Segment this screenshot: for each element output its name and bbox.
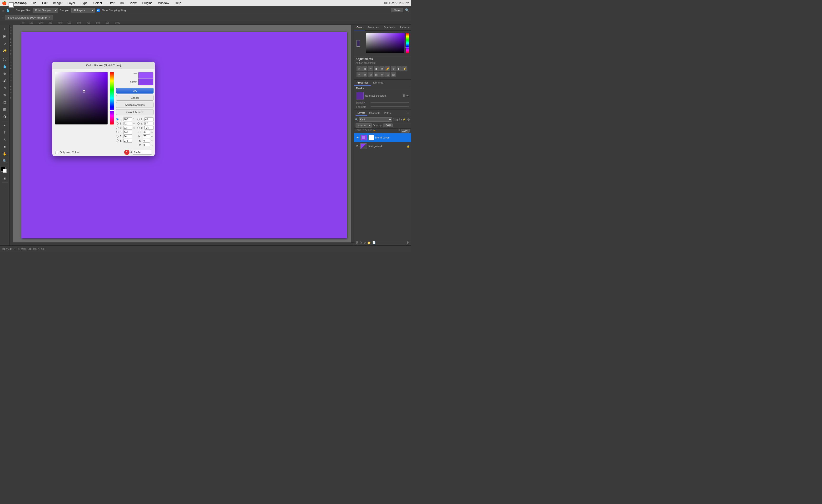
selective-color-icon[interactable]: ◫ — [385, 72, 390, 77]
tab-properties[interactable]: Properties — [354, 80, 371, 86]
lock-image-icon[interactable]: ✎ — [365, 129, 367, 132]
menu-filter[interactable]: Filter — [107, 1, 115, 5]
lock-all-icon[interactable]: 🔒 — [373, 129, 376, 132]
b2-input[interactable] — [123, 139, 132, 142]
lasso-tool[interactable]: ⌀ — [1, 40, 8, 47]
delete-layer-icon[interactable]: 🗑 — [406, 241, 410, 244]
menu-view[interactable]: View — [129, 1, 137, 5]
hue-strip[interactable] — [110, 72, 114, 124]
menu-layer[interactable]: Layer — [66, 1, 76, 5]
current-color-swatch[interactable] — [138, 79, 153, 85]
a-input[interactable] — [144, 122, 153, 125]
share-button[interactable]: Share — [391, 8, 403, 12]
layer-item-blend[interactable]: 👁 Blend Layer — [354, 133, 411, 142]
tab-patterns[interactable]: Patterns — [397, 25, 411, 30]
eyedropper-tool[interactable]: 💧 — [1, 63, 8, 70]
y-input[interactable] — [143, 139, 150, 142]
tab-color[interactable]: Color — [354, 25, 365, 30]
eyedropper-icon[interactable]: 💧 — [6, 8, 10, 12]
b3-radio[interactable] — [137, 127, 140, 129]
only-web-colors-checkbox[interactable] — [55, 151, 58, 154]
crop-tool[interactable]: ⛶ — [1, 56, 8, 63]
gradient-map-icon[interactable]: ▥ — [391, 72, 396, 77]
mask-view-icon[interactable]: 👁 — [406, 94, 409, 97]
cancel-button[interactable]: Cancel — [116, 95, 153, 101]
brightness-icon[interactable]: ☀ — [357, 66, 362, 71]
h-input[interactable] — [123, 117, 132, 121]
menu-image[interactable]: Image — [52, 1, 63, 5]
apple-menu[interactable]: 🍎 — [2, 1, 7, 5]
tab-channels[interactable]: Channels — [367, 111, 382, 115]
tab-libraries[interactable]: Libraries — [371, 80, 386, 86]
menu-type[interactable]: Type — [80, 1, 88, 5]
adjustment-filter-icon[interactable]: ◑ — [396, 118, 398, 121]
a-radio[interactable] — [137, 122, 140, 125]
fill-input[interactable] — [401, 129, 410, 132]
menu-3d[interactable]: 3D — [119, 1, 125, 5]
invert-icon[interactable]: ⊡ — [368, 72, 373, 77]
levels-icon[interactable]: ▦ — [362, 66, 367, 71]
extra-tools[interactable]: ⋯ — [1, 184, 8, 190]
fg-bg-colors[interactable] — [1, 167, 9, 174]
bw-icon[interactable]: ◧ — [396, 66, 402, 71]
s-input[interactable] — [123, 122, 132, 125]
shape-tool[interactable]: ■ — [1, 143, 8, 150]
magic-wand-tool[interactable]: ✨ — [1, 47, 8, 54]
foreground-swatch[interactable] — [357, 40, 360, 47]
blend-mode-select[interactable]: Normal Multiply Screen Overlay — [356, 123, 372, 127]
layer-visibility-blend[interactable]: 👁 — [356, 136, 359, 139]
l-input[interactable] — [144, 117, 153, 121]
tab-gradients[interactable]: Gradients — [381, 25, 397, 30]
layer-filter-toggle[interactable]: ⊙ — [407, 117, 410, 121]
background-swatch[interactable] — [9, 2, 14, 8]
add-link-icon[interactable]: ⛓ — [356, 241, 358, 244]
sample-size-select[interactable]: Point Sample 3 by 3 Average 5 by 5 Avera… — [33, 8, 58, 13]
exposure-icon[interactable]: ◑ — [374, 66, 379, 71]
color-gradient-preview[interactable] — [366, 33, 404, 53]
tab-swatches[interactable]: Swatches — [365, 25, 381, 30]
horizontal-scrollbar[interactable] — [10, 242, 354, 245]
posterize-icon[interactable]: ▤ — [374, 72, 379, 77]
g-radio[interactable] — [116, 135, 118, 137]
opacity-input[interactable] — [383, 123, 393, 127]
text-tool[interactable]: T — [1, 129, 8, 136]
curves-icon[interactable]: 〜 — [368, 66, 373, 71]
color-libraries-button[interactable]: Color Libraries — [116, 109, 153, 115]
k-input[interactable] — [143, 143, 150, 147]
b3-input[interactable] — [144, 126, 153, 130]
layers-options-icon[interactable]: ☰ — [407, 111, 410, 115]
m-input[interactable] — [143, 134, 150, 138]
path-selection-tool[interactable]: ↖ — [1, 136, 8, 143]
sample-select[interactable]: All Layers Current Layer — [71, 8, 95, 13]
gradient-tool[interactable]: ▦ — [1, 106, 8, 112]
new-layer-icon[interactable]: 📄 — [372, 241, 376, 244]
add-mask-icon[interactable]: ⊙ — [363, 241, 366, 244]
new-color-swatch[interactable] — [138, 72, 153, 79]
hand-tool[interactable]: ✋ — [1, 150, 8, 157]
c-input[interactable] — [143, 130, 150, 134]
r-radio[interactable] — [116, 131, 118, 133]
h-radio[interactable] — [116, 118, 118, 120]
b-input[interactable] — [123, 126, 132, 130]
document-tab[interactable]: Base layer.jpeg @ 100% (RGB/8#) * — [5, 15, 53, 20]
ok-button[interactable]: OK — [116, 88, 153, 93]
move-tool[interactable]: ✛ — [1, 26, 8, 32]
layer-kind-select[interactable]: Kind — [359, 117, 392, 122]
color-field[interactable] — [55, 72, 107, 124]
colorbalance-icon[interactable]: ⊛ — [391, 66, 396, 71]
layer-item-background[interactable]: 👁 Background 🔒 — [354, 142, 411, 150]
hex-input[interactable] — [133, 150, 152, 155]
smart-filter-icon[interactable]: ⚡ — [403, 118, 406, 121]
brush-tool[interactable]: 🖌 — [1, 77, 8, 84]
quick-mask-tool[interactable]: ◧ — [1, 175, 8, 181]
lock-artboard-icon[interactable]: ⊡ — [370, 129, 372, 132]
mask-link-icon[interactable]: ⛓ — [402, 94, 405, 97]
zoom-tool[interactable]: 🔍 — [1, 157, 8, 164]
color-lookup-icon[interactable]: ⊞ — [362, 72, 367, 77]
home-icon[interactable]: ⌂ — [2, 8, 4, 12]
close-tab-icon[interactable]: ✕ — [2, 16, 4, 19]
layer-visibility-bg[interactable]: 👁 — [356, 144, 359, 148]
menu-select[interactable]: Select — [92, 1, 103, 5]
hue-strip-wrap[interactable] — [110, 72, 114, 124]
eraser-tool[interactable]: ◻ — [1, 99, 8, 105]
